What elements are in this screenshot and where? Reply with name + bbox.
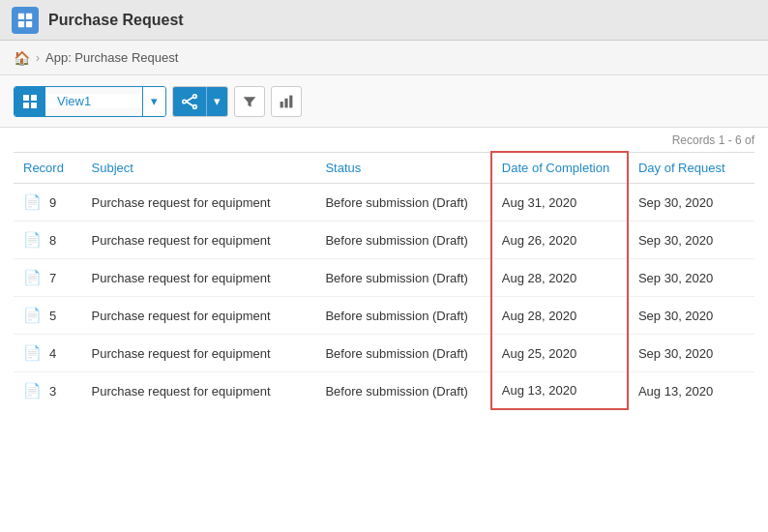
records-count: Records 1 - 6 of <box>14 128 754 151</box>
cell-status: Before submission (Draft) <box>315 222 490 259</box>
svg-rect-13 <box>281 102 283 107</box>
view-chevron[interactable]: ▾ <box>142 87 165 116</box>
col-header-status: Status <box>315 152 490 184</box>
home-icon[interactable]: 🏠 <box>14 50 30 66</box>
table-row: 📄 7 Purchase request for equipment Befor… <box>14 259 754 297</box>
cell-status: Before submission (Draft) <box>315 335 490 372</box>
title-bar: Purchase Request <box>0 0 768 41</box>
table-row: 📄 3 Purchase request for equipment Befor… <box>14 372 754 410</box>
svg-rect-15 <box>289 95 292 107</box>
chart-button[interactable] <box>271 86 302 117</box>
doc-icon: 📄 <box>23 231 42 249</box>
toolbar: View1 ▾ ▾ <box>0 75 768 128</box>
share-icon <box>173 93 206 110</box>
table-row: 📄 8 Purchase request for equipment Befor… <box>14 222 754 259</box>
cell-subject: Purchase request for equipment <box>82 335 316 372</box>
view-label: View1 <box>45 94 142 108</box>
cell-completion: Aug 25, 2020 <box>491 335 628 372</box>
doc-icon: 📄 <box>23 344 42 362</box>
table-row: 📄 5 Purchase request for equipment Befor… <box>14 297 754 335</box>
cell-completion: Aug 13, 2020 <box>491 372 628 410</box>
doc-icon: 📄 <box>23 269 42 286</box>
filter-button[interactable] <box>234 86 265 117</box>
svg-point-9 <box>183 100 187 103</box>
cell-record: 📄 3 <box>14 372 82 410</box>
svg-point-10 <box>193 104 197 108</box>
svg-rect-3 <box>26 20 32 26</box>
cell-completion: Aug 28, 2020 <box>491 297 628 335</box>
grid-icon <box>15 87 45 116</box>
cell-day-request: Sep 30, 2020 <box>628 222 754 259</box>
cell-completion: Aug 31, 2020 <box>491 184 628 222</box>
col-header-subject: Subject <box>82 152 316 184</box>
breadcrumb-separator: › <box>36 51 40 65</box>
cell-completion: Aug 26, 2020 <box>491 222 628 259</box>
svg-rect-0 <box>18 13 24 18</box>
cell-record: 📄 7 <box>14 259 82 297</box>
data-table: Record Subject Status Date of Completion… <box>14 151 754 410</box>
doc-icon: 📄 <box>23 193 42 211</box>
table-row: 📄 4 Purchase request for equipment Befor… <box>14 335 754 372</box>
svg-rect-7 <box>31 103 37 108</box>
share-button[interactable]: ▾ <box>172 86 228 117</box>
content-body: Records 1 - 6 of Record Subject Status D… <box>0 128 768 532</box>
svg-rect-5 <box>31 95 37 101</box>
col-header-completion: Date of Completion <box>491 152 628 184</box>
cell-subject: Purchase request for equipment <box>82 259 316 297</box>
cell-status: Before submission (Draft) <box>315 372 490 410</box>
view-selector[interactable]: View1 ▾ <box>14 86 166 117</box>
breadcrumb-path: App: Purchase Request <box>45 50 178 65</box>
col-header-record: Record <box>14 152 82 184</box>
cell-subject: Purchase request for equipment <box>82 184 316 222</box>
cell-day-request: Sep 30, 2020 <box>628 297 754 335</box>
svg-rect-14 <box>284 98 287 107</box>
cell-record: 📄 8 <box>14 222 82 259</box>
svg-rect-6 <box>23 103 29 108</box>
svg-rect-1 <box>26 13 32 18</box>
share-chevron[interactable]: ▾ <box>206 87 227 116</box>
cell-day-request: Sep 30, 2020 <box>628 335 754 372</box>
cell-status: Before submission (Draft) <box>315 259 490 297</box>
cell-subject: Purchase request for equipment <box>82 222 316 259</box>
doc-icon: 📄 <box>23 307 42 324</box>
cell-record: 📄 9 <box>14 184 82 222</box>
svg-point-8 <box>193 94 197 98</box>
cell-record: 📄 4 <box>14 335 82 372</box>
cell-subject: Purchase request for equipment <box>82 297 316 335</box>
svg-line-11 <box>186 97 192 102</box>
cell-day-request: Sep 30, 2020 <box>628 259 754 297</box>
cell-status: Before submission (Draft) <box>315 297 490 335</box>
breadcrumb: 🏠 › App: Purchase Request <box>0 41 768 75</box>
cell-status: Before submission (Draft) <box>315 184 490 222</box>
svg-rect-2 <box>18 20 24 26</box>
cell-completion: Aug 28, 2020 <box>491 259 628 297</box>
app-icon <box>12 7 39 34</box>
doc-icon: 📄 <box>23 382 42 399</box>
page-title: Purchase Request <box>48 12 184 29</box>
cell-subject: Purchase request for equipment <box>82 372 316 410</box>
table-row: 📄 9 Purchase request for equipment Befor… <box>14 184 754 222</box>
cell-day-request: Aug 13, 2020 <box>628 372 754 410</box>
svg-rect-4 <box>23 95 29 101</box>
svg-line-12 <box>186 102 192 106</box>
cell-record: 📄 5 <box>14 297 82 335</box>
col-header-day: Day of Request <box>628 152 754 184</box>
cell-day-request: Sep 30, 2020 <box>628 184 754 222</box>
